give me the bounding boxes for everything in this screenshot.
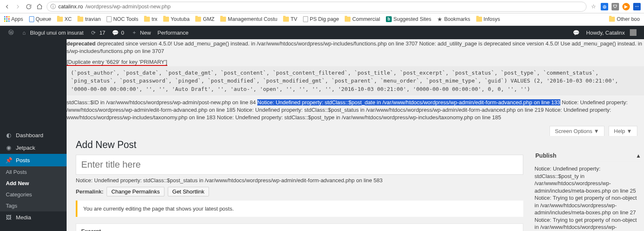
sidebar-sub-categories[interactable]: Categories xyxy=(0,189,67,200)
bookmark-label: Suggested Sites xyxy=(393,16,431,22)
bookmark-item[interactable]: bSuggested Sites xyxy=(386,16,431,22)
folder-icon xyxy=(163,17,169,22)
bookmark-label: Bookmarks xyxy=(444,16,470,22)
bookmark-label: NOC Tools xyxy=(113,16,138,22)
sidebar-sub-all-posts[interactable]: All Posts xyxy=(0,166,67,178)
folder-icon xyxy=(57,17,63,22)
editing-notice: You are currently editing the page that … xyxy=(76,201,523,217)
excerpt-box: Excerpt xyxy=(76,223,523,231)
bookmark-item[interactable]: travian xyxy=(77,16,101,22)
wordpress-icon: Ⓦ xyxy=(7,29,14,36)
dashboard-icon: ◐ xyxy=(5,132,12,138)
extension-icon[interactable]: ▶ xyxy=(622,3,630,10)
updates[interactable]: ⟳17 xyxy=(87,29,109,36)
reload-icon[interactable] xyxy=(25,3,32,10)
sidebar-item-jetpack[interactable]: ◉Jetpack xyxy=(0,141,67,154)
bookmark-item[interactable]: Queue xyxy=(29,16,52,22)
sidebar-posts-submenu: All Posts Add New Categories Tags xyxy=(0,166,67,211)
refresh-icon: ⟳ xyxy=(90,29,97,36)
new-content[interactable]: ＋New xyxy=(127,29,154,36)
change-permalinks-button[interactable]: Change Permalinks xyxy=(107,187,164,196)
notifications[interactable]: 💬 xyxy=(569,29,583,36)
bookmark-label: PS Dig page xyxy=(310,16,339,22)
sidebar-label: Dashboard xyxy=(16,132,43,138)
browser-toolbar: ⓘ catalinx.ro/wordpress/wp-admin/post-ne… xyxy=(0,0,644,13)
sidebar-item-media[interactable]: 🖼Media xyxy=(0,211,67,223)
home-icon[interactable] xyxy=(36,3,43,10)
sidebar-label: Categories xyxy=(6,191,32,198)
bookmark-label: Commercial xyxy=(352,16,380,22)
howdy-label: Howdy, Catalinx xyxy=(586,30,625,36)
bookmark-item[interactable]: PS Dig page xyxy=(303,16,339,22)
bookmark-item[interactable]: XC xyxy=(57,16,72,22)
sidebar-item-posts[interactable]: 📌Posts xyxy=(0,154,67,166)
page-icon xyxy=(29,16,34,22)
howdy[interactable]: Howdy, Catalinx xyxy=(583,29,640,36)
publish-box: Publish▴ Notice: Undefined property: std… xyxy=(535,150,641,231)
toggle-icon[interactable]: ▴ xyxy=(637,152,640,159)
bookmark-item[interactable]: GMZ xyxy=(195,16,214,22)
star-icon[interactable]: ☆ xyxy=(590,3,597,10)
sidebar-label: All Posts xyxy=(6,169,27,175)
pin-icon: 📌 xyxy=(5,157,12,163)
bookmark-label: Other boo xyxy=(617,16,640,22)
sql-dump: (`post_author`, `post_date`, `post_date_… xyxy=(67,66,644,96)
site-name-label: Blogul unui om insurat xyxy=(30,30,84,36)
wp-logo[interactable]: Ⓦ xyxy=(4,29,17,36)
bookmark-label: TV xyxy=(291,16,297,22)
sidebar-label: Jetpack xyxy=(16,145,35,151)
bookmark-item[interactable]: Managementul Costu xyxy=(220,16,277,22)
bing-icon: b xyxy=(386,16,392,22)
screen-options-button[interactable]: Screen Options ▼ xyxy=(550,126,604,136)
comment-icon: 💬 xyxy=(573,29,579,36)
comments-count: 0 xyxy=(121,30,124,36)
other-bookmarks[interactable]: Other boo xyxy=(609,16,640,22)
forward-icon[interactable] xyxy=(14,3,22,10)
bookmark-item[interactable]: ★Bookmarks xyxy=(437,16,470,23)
notice-text: stdClass::$ID in /var/www/htdocs/wordpre… xyxy=(67,99,257,105)
url-host: catalinx.ro xyxy=(58,3,83,10)
sidebar-label: Add New xyxy=(6,180,29,186)
bookmark-item[interactable]: trx xyxy=(144,16,157,22)
extension-icon[interactable]: ⋯ xyxy=(633,3,641,10)
plus-icon: ＋ xyxy=(131,29,137,36)
bookmark-item[interactable]: Infosys xyxy=(476,16,500,22)
home-icon: ⌂ xyxy=(21,29,27,36)
wp-content: deprecated deprecated since version 4.5.… xyxy=(67,39,644,231)
selected-text: Notice: Undefined property: stdClass::$p… xyxy=(257,99,560,105)
bookmark-item[interactable]: Youtuba xyxy=(163,16,189,22)
sidebar-sub-add-new[interactable]: Add New xyxy=(0,178,67,189)
get-shortlink-button[interactable]: Get Shortlink xyxy=(168,187,209,196)
extension-icon[interactable]: ◎ xyxy=(601,3,608,10)
back-icon[interactable] xyxy=(3,3,11,10)
sidebar-sub-tags[interactable]: Tags xyxy=(0,200,67,211)
performance[interactable]: Performance xyxy=(154,30,191,36)
comments[interactable]: 💬0 xyxy=(109,29,127,36)
folder-icon xyxy=(476,17,482,22)
bookmark-label: Infosys xyxy=(484,16,500,22)
updates-count: 17 xyxy=(99,30,105,36)
bookmark-apps[interactable]: Apps xyxy=(4,16,23,22)
help-button[interactable]: Help ▼ xyxy=(609,126,637,136)
sidebar-item-dashboard[interactable]: ◐Dashboard xyxy=(0,129,67,141)
bookmarks-bar: Apps Queue XC travian NOC Tools trx Yout… xyxy=(0,13,644,26)
site-info-icon[interactable]: ⓘ xyxy=(50,3,56,10)
folder-icon xyxy=(77,17,83,22)
extension-icon[interactable]: 🛡 xyxy=(612,3,619,10)
avatar xyxy=(630,29,637,36)
bookmark-item[interactable]: NOC Tools xyxy=(107,16,138,22)
sidebar-label: Tags xyxy=(6,203,17,209)
post-title-input[interactable] xyxy=(76,155,523,175)
screen-meta-links: Screen Options ▼ Help ▼ xyxy=(67,124,644,136)
php-notice-text: deprecated deprecated since version 4.5.… xyxy=(67,40,644,55)
publish-heading: Publish▴ xyxy=(535,150,641,162)
wp-admin-bar: Ⓦ ⌂Blogul unui om insurat ⟳17 💬0 ＋New Pe… xyxy=(0,26,644,39)
excerpt-heading: Excerpt xyxy=(76,224,523,231)
bookmark-item[interactable]: TV xyxy=(283,16,297,22)
site-name[interactable]: ⌂Blogul unui om insurat xyxy=(17,29,87,36)
notice-text: deprecated since version 4.5.0! Use add_… xyxy=(67,40,642,54)
bookmark-item[interactable]: Commercial xyxy=(345,16,380,22)
address-bar[interactable]: ⓘ catalinx.ro/wordpress/wp-admin/post-ne… xyxy=(47,2,587,12)
wp-sidebar: ◐Dashboard ◉Jetpack 📌Posts All Posts Add… xyxy=(0,39,67,231)
folder-icon xyxy=(283,17,289,22)
